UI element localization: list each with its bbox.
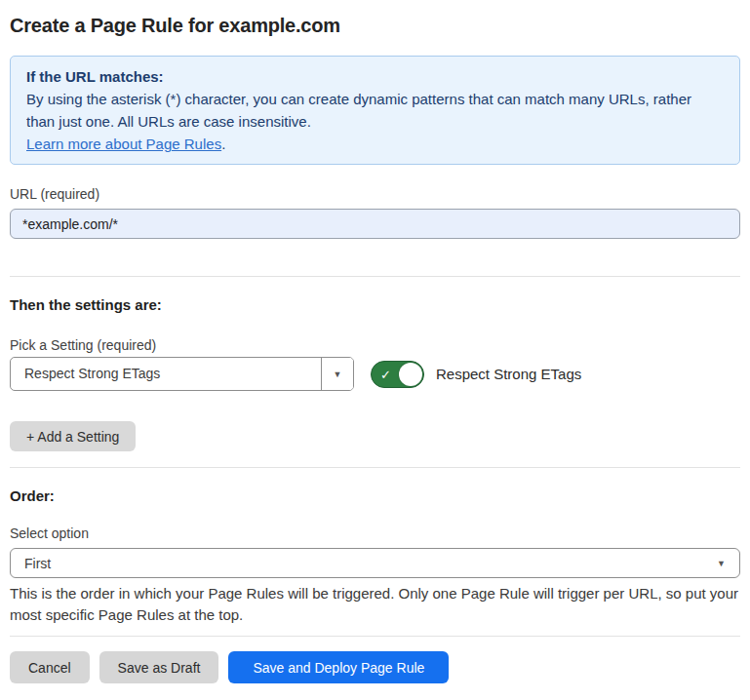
info-box-link-line: Learn more about Page Rules. (26, 133, 709, 155)
url-match-info-box: If the URL matches: By using the asteris… (10, 56, 740, 165)
add-setting-button[interactable]: + Add a Setting (10, 421, 136, 451)
order-select[interactable]: First ▼ (10, 548, 740, 578)
setting-select-arrow-button[interactable]: ▼ (321, 358, 353, 390)
order-select-value: First (24, 556, 51, 571)
setting-toggle[interactable]: ✓ (371, 361, 424, 388)
save-draft-button[interactable]: Save as Draft (99, 651, 219, 683)
setting-select[interactable]: Respect Strong ETags ▼ (10, 357, 354, 391)
learn-more-link[interactable]: Learn more about Page Rules (26, 136, 221, 152)
footer-actions: Cancel Save as Draft Save and Deploy Pag… (10, 651, 740, 683)
setting-row: Respect Strong ETags ▼ ✓ Respect Strong … (10, 357, 740, 391)
pick-setting-label: Pick a Setting (required) (10, 337, 740, 353)
order-select-label: Select option (10, 525, 740, 541)
cancel-button[interactable]: Cancel (10, 651, 90, 683)
divider (10, 467, 740, 468)
toggle-knob (399, 363, 422, 386)
settings-section-heading: Then the settings are: (10, 296, 740, 313)
page-title: Create a Page Rule for example.com (10, 12, 740, 39)
chevron-down-icon: ▼ (334, 369, 342, 379)
setting-select-value: Respect Strong ETags (11, 358, 321, 390)
divider (10, 276, 740, 277)
create-page-rule-form: Create a Page Rule for example.com If th… (0, 0, 750, 700)
setting-toggle-label: Respect Strong ETags (436, 366, 581, 382)
order-help-text: This is the order in which your Page Rul… (10, 583, 740, 626)
info-box-heading: If the URL matches: (26, 65, 724, 88)
save-deploy-button[interactable]: Save and Deploy Page Rule (228, 651, 449, 683)
url-input[interactable] (10, 209, 740, 239)
link-suffix: . (221, 136, 225, 152)
order-section-heading: Order: (10, 487, 740, 504)
url-field-label: URL (required) (10, 186, 740, 202)
check-icon: ✓ (380, 368, 391, 380)
info-box-body: By using the asterisk (*) character, you… (26, 88, 709, 133)
chevron-down-icon: ▼ (717, 559, 726, 568)
divider (10, 636, 740, 637)
